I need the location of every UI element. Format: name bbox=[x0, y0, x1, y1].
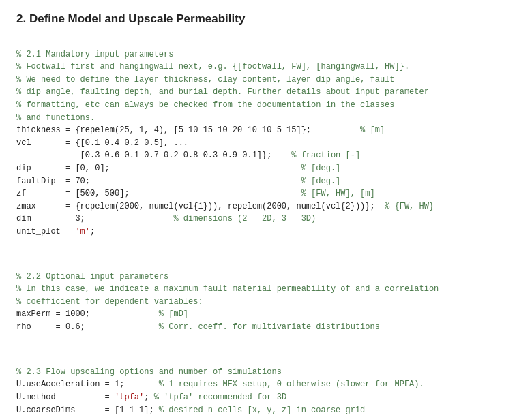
comment-line: % In this case, we indicate a maximum fa… bbox=[16, 284, 439, 294]
code-line: zmax = {repelem(2000, numel(vcl{1})), re… bbox=[16, 202, 434, 211]
code-section-2-3: % 2.3 Flow upscaling options and number … bbox=[16, 353, 516, 417]
comment-line: % 2.1 Mandatory input parameters bbox=[16, 50, 173, 59]
code-line: dim = 3; % dimensions (2 = 2D, 3 = 3D) bbox=[16, 214, 316, 223]
code-line: vcl = {[0.1 0.4 0.2 0.5], ... bbox=[16, 138, 188, 148]
comment-line: % and functions. bbox=[16, 113, 95, 123]
page-container: 2. Define Model and Upscale Permeability… bbox=[0, 0, 532, 417]
comment-line: % Footwall first and hangingwall next, e… bbox=[16, 62, 409, 72]
code-line: U.useAcceleration = 1; % 1 requires MEX … bbox=[16, 380, 424, 389]
code-section-2-2: % 2.2 Optional input parameters % In thi… bbox=[16, 258, 516, 346]
code-line: faultDip = 70; % [deg.] bbox=[16, 176, 340, 186]
comment-line: % dip angle, faulting depth, and burial … bbox=[16, 87, 429, 97]
comment-line: % 2.3 Flow upscaling options and number … bbox=[16, 367, 282, 377]
code-line: dip = [0, 0]; % [deg.] bbox=[16, 164, 340, 173]
page-heading: 2. Define Model and Upscale Permeability bbox=[16, 12, 516, 26]
code-line: maxPerm = 1000; % [mD] bbox=[16, 309, 188, 319]
comment-line: % 2.2 Optional input parameters bbox=[16, 272, 168, 281]
code-line: rho = 0.6; % Corr. coeff. for multivaria… bbox=[16, 322, 380, 332]
comment-line: % coefficient for dependent variables: bbox=[16, 297, 203, 307]
code-line: U.method = 'tpfa'; % 'tpfa' recommended … bbox=[16, 392, 286, 402]
comment-line: % We need to define the layer thickness,… bbox=[16, 75, 395, 84]
code-line: [0.3 0.6 0.1 0.7 0.2 0.8 0.3 0.9 0.1]}; … bbox=[16, 151, 360, 160]
code-line: thickness = {repelem(25, 1, 4), [5 10 15… bbox=[16, 125, 385, 135]
code-line: unit_plot = 'm'; bbox=[16, 227, 95, 236]
code-line: zf = [500, 500]; % [FW, HW], [m] bbox=[16, 189, 375, 198]
code-line: U.coarseDims = [1 1 1]; % desired n cell… bbox=[16, 405, 365, 415]
code-section-2-1: % 2.1 Mandatory input parameters % Footw… bbox=[16, 35, 516, 251]
comment-line: % formatting, etc can always be checked … bbox=[16, 100, 395, 110]
